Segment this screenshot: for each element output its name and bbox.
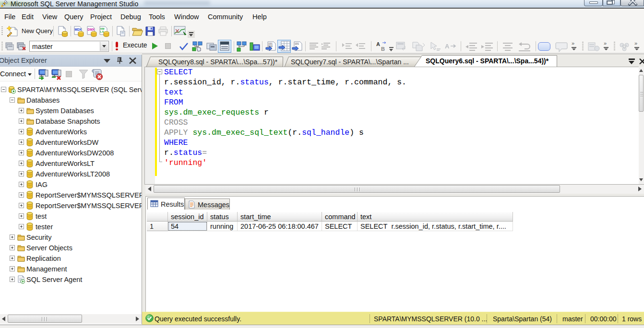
svg-text:SQLQuery7.sql - SPARTA\...\Spa: SQLQuery7.sql - SPARTA\...\Spartan ... bbox=[291, 58, 409, 66]
svg-text:101: 101 bbox=[295, 43, 299, 46]
svg-text:SQLQuery8.sql - SPARTA\...\Spa: SQLQuery8.sql - SPARTA\...\Spa...57))* bbox=[158, 58, 278, 66]
svg-text:DMX: DMX bbox=[88, 28, 95, 31]
svg-text:A: A bbox=[445, 43, 450, 50]
svg-text:B: B bbox=[381, 46, 385, 52]
svg-text:MDX: MDX bbox=[75, 28, 82, 31]
svg-text:SQLQuery6.sql - SPARTA\...\Spa: SQLQuery6.sql - SPARTA\...\Spa...54))* bbox=[426, 57, 549, 65]
svg-text:A: A bbox=[376, 41, 380, 47]
